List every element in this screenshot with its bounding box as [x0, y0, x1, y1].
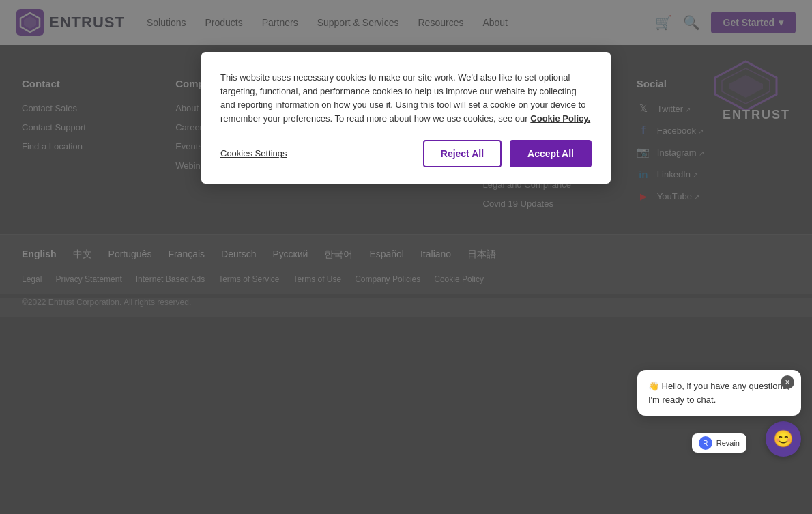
cookie-actions: Cookies Settings Reject All Accept All: [220, 140, 592, 167]
revain-icon: R: [699, 436, 712, 450]
cookie-policy-link[interactable]: Cookie Policy.: [530, 113, 590, 124]
cookie-banner: This website uses necessary cookies to m…: [201, 52, 611, 184]
chat-bubble: × 👋 Hello, if you have any questions, I'…: [637, 370, 801, 416]
accept-all-button[interactable]: Accept All: [510, 140, 592, 167]
chat-widget: × 👋 Hello, if you have any questions, I'…: [637, 370, 801, 459]
chat-face-icon: 😊: [773, 429, 794, 448]
cookie-body-text: This website uses necessary cookies to m…: [220, 71, 592, 126]
revain-label: Revain: [716, 439, 740, 447]
cookies-settings-link[interactable]: Cookies Settings: [220, 148, 415, 158]
reject-all-button[interactable]: Reject All: [423, 140, 502, 167]
revain-badge: R Revain: [692, 433, 746, 453]
chat-icon-button[interactable]: 😊: [766, 421, 801, 457]
chat-message: 👋 Hello, if you have any questions, I'm …: [648, 381, 789, 405]
chat-close-button[interactable]: ×: [781, 375, 794, 389]
